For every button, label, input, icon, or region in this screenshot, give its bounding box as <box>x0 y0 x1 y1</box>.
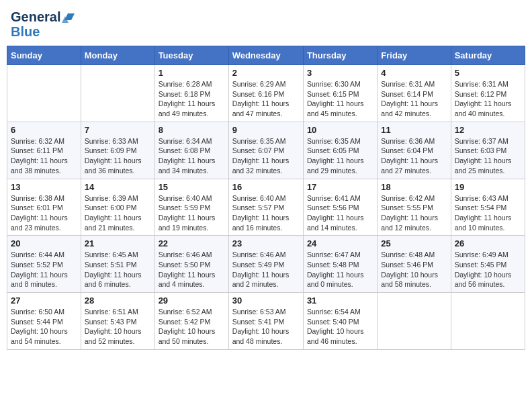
day-info: Sunrise: 6:31 AMSunset: 6:12 PMDaylight:… <box>455 79 521 119</box>
day-number: 22 <box>159 238 225 248</box>
day-number: 20 <box>11 238 77 248</box>
day-info: Sunrise: 6:51 AMSunset: 5:43 PMDaylight:… <box>85 307 151 347</box>
day-info: Sunrise: 6:48 AMSunset: 5:46 PMDaylight:… <box>381 250 447 289</box>
calendar-week-row: 20Sunrise: 6:44 AMSunset: 5:52 PMDayligh… <box>7 236 525 293</box>
day-info: Sunrise: 6:34 AMSunset: 6:08 PMDaylight:… <box>159 136 225 176</box>
day-info: Sunrise: 6:33 AMSunset: 6:09 PMDaylight:… <box>85 136 151 176</box>
logo-blue: Blue <box>11 24 40 39</box>
day-number: 2 <box>232 68 300 78</box>
day-info: Sunrise: 6:53 AMSunset: 5:41 PMDaylight:… <box>232 307 300 347</box>
calendar-cell <box>378 293 451 350</box>
weekday-header-cell: Sunday <box>7 46 81 65</box>
calendar-cell: 3Sunrise: 6:30 AMSunset: 6:15 PMDaylight… <box>303 65 377 122</box>
weekday-header-cell: Monday <box>81 46 154 65</box>
day-number: 27 <box>11 295 77 306</box>
calendar-cell: 12Sunrise: 6:37 AMSunset: 6:03 PMDayligh… <box>451 122 525 179</box>
day-info: Sunrise: 6:52 AMSunset: 5:42 PMDaylight:… <box>159 307 225 347</box>
calendar-cell: 13Sunrise: 6:38 AMSunset: 6:01 PMDayligh… <box>7 179 81 236</box>
calendar-cell: 11Sunrise: 6:36 AMSunset: 6:04 PMDayligh… <box>378 122 451 179</box>
day-number: 18 <box>381 182 447 192</box>
logo-icon <box>62 11 77 23</box>
day-number: 16 <box>232 182 300 192</box>
day-info: Sunrise: 6:49 AMSunset: 5:45 PMDaylight:… <box>455 250 521 289</box>
day-info: Sunrise: 6:29 AMSunset: 6:16 PMDaylight:… <box>232 79 300 119</box>
weekday-header-row: SundayMondayTuesdayWednesdayThursdayFrid… <box>7 46 525 65</box>
calendar-week-row: 27Sunrise: 6:50 AMSunset: 5:44 PMDayligh… <box>7 293 525 350</box>
day-number: 9 <box>232 125 300 135</box>
day-info: Sunrise: 6:46 AMSunset: 5:50 PMDaylight:… <box>159 250 225 289</box>
calendar-cell: 1Sunrise: 6:28 AMSunset: 6:18 PMDaylight… <box>154 65 228 122</box>
calendar-cell: 31Sunrise: 6:54 AMSunset: 5:40 PMDayligh… <box>303 293 377 350</box>
weekday-header-cell: Wednesday <box>228 46 303 65</box>
day-number: 5 <box>455 68 521 78</box>
calendar-cell: 15Sunrise: 6:40 AMSunset: 5:59 PMDayligh… <box>154 179 228 236</box>
calendar-cell: 30Sunrise: 6:53 AMSunset: 5:41 PMDayligh… <box>228 293 303 350</box>
calendar-body: 1Sunrise: 6:28 AMSunset: 6:18 PMDaylight… <box>7 65 525 350</box>
day-info: Sunrise: 6:50 AMSunset: 5:44 PMDaylight:… <box>11 307 77 347</box>
calendar-week-row: 13Sunrise: 6:38 AMSunset: 6:01 PMDayligh… <box>7 179 525 236</box>
calendar-cell: 14Sunrise: 6:39 AMSunset: 6:00 PMDayligh… <box>81 179 154 236</box>
logo: General Blue <box>11 9 77 39</box>
day-info: Sunrise: 6:31 AMSunset: 6:14 PMDaylight:… <box>381 79 447 119</box>
day-number: 28 <box>85 295 151 306</box>
day-number: 26 <box>455 238 521 248</box>
calendar-cell: 24Sunrise: 6:47 AMSunset: 5:48 PMDayligh… <box>303 236 377 293</box>
calendar-cell: 8Sunrise: 6:34 AMSunset: 6:08 PMDaylight… <box>154 122 228 179</box>
calendar-cell <box>81 65 154 122</box>
day-info: Sunrise: 6:43 AMSunset: 5:54 PMDaylight:… <box>455 193 521 233</box>
calendar-cell: 4Sunrise: 6:31 AMSunset: 6:14 PMDaylight… <box>378 65 451 122</box>
calendar-cell: 22Sunrise: 6:46 AMSunset: 5:50 PMDayligh… <box>154 236 228 293</box>
day-info: Sunrise: 6:32 AMSunset: 6:11 PMDaylight:… <box>11 136 77 176</box>
calendar-cell: 18Sunrise: 6:42 AMSunset: 5:55 PMDayligh… <box>378 179 451 236</box>
day-info: Sunrise: 6:44 AMSunset: 5:52 PMDaylight:… <box>11 250 77 289</box>
calendar-cell: 28Sunrise: 6:51 AMSunset: 5:43 PMDayligh… <box>81 293 154 350</box>
day-info: Sunrise: 6:41 AMSunset: 5:56 PMDaylight:… <box>307 193 373 233</box>
day-number: 11 <box>381 125 447 135</box>
calendar-cell: 9Sunrise: 6:35 AMSunset: 6:07 PMDaylight… <box>228 122 303 179</box>
calendar-cell: 25Sunrise: 6:48 AMSunset: 5:46 PMDayligh… <box>378 236 451 293</box>
day-number: 8 <box>159 125 225 135</box>
calendar-cell <box>7 65 81 122</box>
day-number: 31 <box>307 295 373 306</box>
calendar-cell: 20Sunrise: 6:44 AMSunset: 5:52 PMDayligh… <box>7 236 81 293</box>
day-info: Sunrise: 6:37 AMSunset: 6:03 PMDaylight:… <box>455 136 521 176</box>
calendar-cell: 23Sunrise: 6:46 AMSunset: 5:49 PMDayligh… <box>228 236 303 293</box>
day-number: 14 <box>85 182 151 192</box>
logo-general: General <box>11 9 60 24</box>
day-number: 19 <box>455 182 521 192</box>
day-info: Sunrise: 6:35 AMSunset: 6:05 PMDaylight:… <box>307 136 373 176</box>
day-info: Sunrise: 6:46 AMSunset: 5:49 PMDaylight:… <box>232 250 300 289</box>
day-info: Sunrise: 6:38 AMSunset: 6:01 PMDaylight:… <box>11 193 77 233</box>
day-number: 25 <box>381 238 447 248</box>
calendar-week-row: 1Sunrise: 6:28 AMSunset: 6:18 PMDaylight… <box>7 65 525 122</box>
day-number: 13 <box>11 182 77 192</box>
day-number: 6 <box>11 125 77 135</box>
day-info: Sunrise: 6:42 AMSunset: 5:55 PMDaylight:… <box>381 193 447 233</box>
day-info: Sunrise: 6:45 AMSunset: 5:51 PMDaylight:… <box>85 250 151 289</box>
day-number: 10 <box>307 125 373 135</box>
weekday-header-cell: Friday <box>378 46 451 65</box>
day-number: 15 <box>159 182 225 192</box>
calendar-cell: 21Sunrise: 6:45 AMSunset: 5:51 PMDayligh… <box>81 236 154 293</box>
calendar-cell: 10Sunrise: 6:35 AMSunset: 6:05 PMDayligh… <box>303 122 377 179</box>
day-number: 30 <box>232 295 300 306</box>
calendar-cell: 27Sunrise: 6:50 AMSunset: 5:44 PMDayligh… <box>7 293 81 350</box>
day-info: Sunrise: 6:40 AMSunset: 5:57 PMDaylight:… <box>232 193 300 233</box>
day-info: Sunrise: 6:35 AMSunset: 6:07 PMDaylight:… <box>232 136 300 176</box>
day-info: Sunrise: 6:36 AMSunset: 6:04 PMDaylight:… <box>381 136 447 176</box>
day-number: 29 <box>159 295 225 306</box>
day-number: 4 <box>381 68 447 78</box>
day-number: 3 <box>307 68 373 78</box>
calendar-cell: 17Sunrise: 6:41 AMSunset: 5:56 PMDayligh… <box>303 179 377 236</box>
day-info: Sunrise: 6:40 AMSunset: 5:59 PMDaylight:… <box>159 193 225 233</box>
day-info: Sunrise: 6:30 AMSunset: 6:15 PMDaylight:… <box>307 79 373 119</box>
day-number: 12 <box>455 125 521 135</box>
day-number: 21 <box>85 238 151 248</box>
calendar-cell: 5Sunrise: 6:31 AMSunset: 6:12 PMDaylight… <box>451 65 525 122</box>
day-info: Sunrise: 6:47 AMSunset: 5:48 PMDaylight:… <box>307 250 373 289</box>
calendar-cell <box>451 293 525 350</box>
day-number: 24 <box>307 238 373 248</box>
day-number: 17 <box>307 182 373 192</box>
day-info: Sunrise: 6:54 AMSunset: 5:40 PMDaylight:… <box>307 307 373 347</box>
page-header: General Blue <box>7 7 525 42</box>
